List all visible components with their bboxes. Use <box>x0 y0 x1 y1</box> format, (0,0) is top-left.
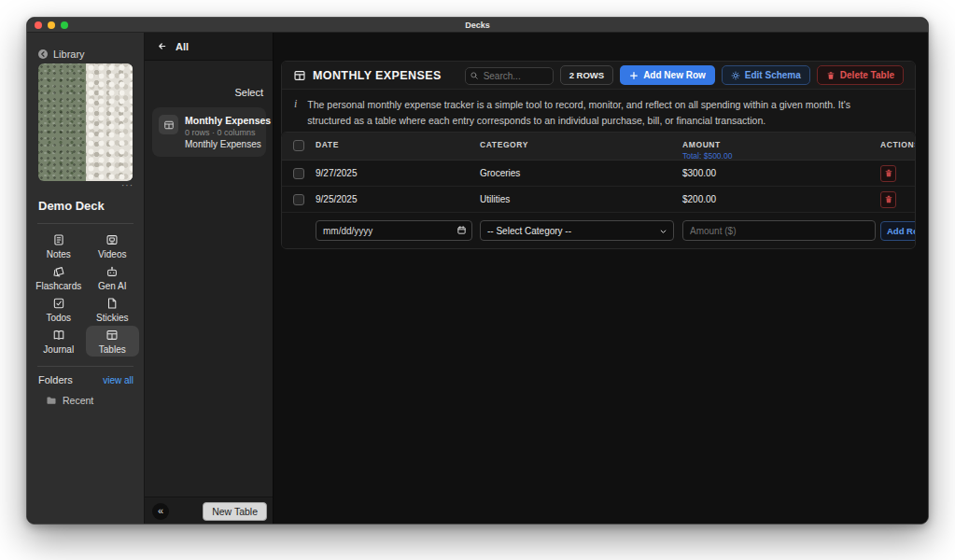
delete-table-label: Delete Table <box>840 70 894 80</box>
cell-category: Groceries <box>480 168 682 178</box>
sidebar-item-stickies[interactable]: Stickies <box>86 294 140 325</box>
date-input[interactable] <box>316 220 472 241</box>
sidebar-item-todos[interactable]: Todos <box>32 294 86 325</box>
trash-icon <box>826 71 836 80</box>
notes-icon <box>52 233 65 246</box>
amount-input[interactable] <box>682 220 876 241</box>
library-back-link[interactable]: Library <box>37 49 85 60</box>
table-detail-panel: MONTHLY EXPENSES 2 ROWS Add New Row <box>274 33 928 525</box>
list-panel-header: All <box>145 33 273 61</box>
stickies-icon <box>105 297 119 310</box>
select-mode-button[interactable]: Select <box>234 87 263 98</box>
folder-icon <box>46 395 57 406</box>
sidebar-item-journal[interactable]: Journal <box>32 326 86 357</box>
plus-icon <box>629 71 639 80</box>
delete-row-button[interactable] <box>880 165 896 182</box>
deck-title: Demo Deck <box>38 199 105 213</box>
back-to-all-label[interactable]: All <box>176 41 189 52</box>
minimize-window-button[interactable] <box>48 21 55 29</box>
collapse-panel-button[interactable]: « <box>152 503 169 520</box>
table-card-iconbox <box>159 115 178 134</box>
edit-schema-label: Edit Schema <box>745 70 801 80</box>
sidebar-item-gen-ai[interactable]: Gen AI <box>86 262 140 293</box>
sidebar-divider <box>37 366 133 367</box>
folder-item-recent[interactable]: Recent <box>46 395 93 406</box>
sidebar-item-tables[interactable]: Tables <box>86 326 140 357</box>
nav-label: Notes <box>47 249 71 259</box>
add-new-row-button[interactable]: Add New Row <box>620 65 715 85</box>
folders-title: Folders <box>38 374 73 385</box>
folders-view-all-link[interactable]: view all <box>103 375 133 385</box>
flashcards-icon <box>52 265 65 278</box>
journal-icon <box>52 329 65 342</box>
table-card-text: Monthly Expenses 0 rows · 0 columns Mont… <box>185 115 260 149</box>
app-window: Decks Library ··· Demo Deck <box>26 17 929 525</box>
list-panel-footer: « New Table <box>145 497 273 525</box>
todos-icon <box>52 297 65 310</box>
search-box <box>465 66 554 84</box>
sidebar-item-videos[interactable]: Videos <box>86 231 140 261</box>
new-row-form: -- Select Category -- Add Row <box>282 213 915 248</box>
column-header-date: DATE <box>316 133 480 149</box>
nav-label: Stickies <box>96 313 128 323</box>
traffic-lights <box>35 21 68 29</box>
sidebar-item-notes[interactable]: Notes <box>32 231 86 261</box>
cell-amount: $300.00 <box>682 168 880 178</box>
info-icon: i <box>294 97 297 129</box>
zoom-window-button[interactable] <box>61 21 68 29</box>
table-card-meta: 0 rows · 0 columns <box>185 128 260 137</box>
new-table-button[interactable]: New Table <box>203 502 267 521</box>
folders-header: Folders view all <box>38 374 133 385</box>
column-header-amount: AMOUNT Total: $500.00 <box>682 133 880 161</box>
add-row-button[interactable]: Add Row <box>880 221 916 241</box>
videos-icon <box>105 233 119 246</box>
amount-total: Total: $500.00 <box>682 151 880 161</box>
cell-date: 9/27/2025 <box>316 168 480 178</box>
add-new-row-label: Add New Row <box>643 70 706 80</box>
gear-icon <box>731 71 740 80</box>
table-list-item-monthly-expenses[interactable]: Monthly Expenses 0 rows · 0 columns Mont… <box>152 107 266 157</box>
table-row: 9/25/2025 Utilities $200.00 <box>282 187 915 213</box>
date-input-wrap <box>316 220 472 241</box>
sidebar-item-flashcards[interactable]: Flashcards <box>32 262 86 293</box>
cell-amount: $200.00 <box>682 194 880 204</box>
select-all-checkbox[interactable] <box>293 140 304 151</box>
cell-date: 9/25/2025 <box>316 194 480 204</box>
deck-nav-grid: Notes Videos Flashcards <box>32 231 139 357</box>
search-icon <box>470 71 479 80</box>
window-title: Decks <box>465 21 490 30</box>
table-card-subtitle: Monthly Expenses <box>185 139 260 149</box>
table-description: The personal monthly expense tracker is … <box>307 97 872 129</box>
library-back-icon <box>37 49 49 60</box>
chevron-down-icon <box>659 228 667 235</box>
expenses-table: DATE CATEGORY AMOUNT Total: $500.00 ACTI… <box>281 132 916 249</box>
library-label: Library <box>53 49 85 60</box>
titlebar: Decks <box>27 18 928 33</box>
nav-label: Flashcards <box>35 281 81 291</box>
delete-row-button[interactable] <box>880 191 896 208</box>
edit-schema-button[interactable]: Edit Schema <box>722 65 810 85</box>
deck-sidebar: Library ··· Demo Deck Notes <box>27 33 145 525</box>
robot-icon <box>105 265 119 278</box>
deck-cover-image[interactable] <box>38 63 133 181</box>
nav-label: Tables <box>99 344 126 355</box>
close-window-button[interactable] <box>35 21 42 29</box>
row-checkbox[interactable] <box>293 194 304 205</box>
nav-label: Todos <box>46 313 71 323</box>
tables-list-panel: All Select Monthly Expenses 0 rows · 0 c… <box>145 33 274 525</box>
row-checkbox[interactable] <box>293 168 304 179</box>
deck-cover-moss-half <box>38 63 86 181</box>
nav-label: Journal <box>43 344 74 355</box>
column-header-category: CATEGORY <box>480 133 682 149</box>
trash-icon <box>884 168 893 178</box>
delete-table-button[interactable]: Delete Table <box>817 65 904 85</box>
deck-more-button[interactable]: ··· <box>121 182 133 189</box>
tables-icon <box>105 329 119 342</box>
category-select[interactable]: -- Select Category -- <box>480 220 674 241</box>
table-row: 9/27/2025 Groceries $300.00 <box>282 161 915 187</box>
row-count-badge: 2 ROWS <box>560 65 613 85</box>
table-toolbar: MONTHLY EXPENSES 2 ROWS Add New Row <box>282 62 915 90</box>
table-header-row: DATE CATEGORY AMOUNT Total: $500.00 ACTI… <box>282 133 915 161</box>
back-arrow-icon[interactable] <box>157 41 167 51</box>
cell-category: Utilities <box>480 194 682 204</box>
